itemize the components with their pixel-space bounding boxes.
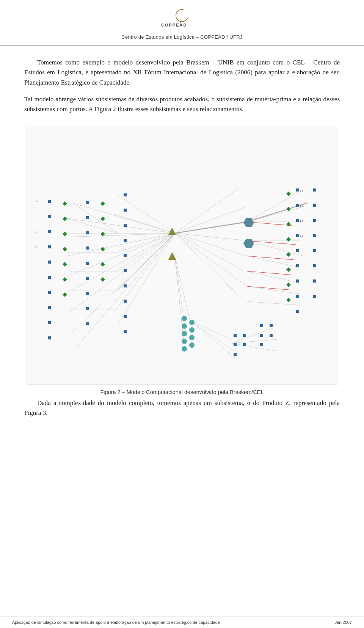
svg-rect-67 xyxy=(48,276,51,279)
page-footer: Aplicação de simulação como ferramenta d… xyxy=(0,617,364,628)
svg-rect-64 xyxy=(48,230,51,233)
svg-text:1-2: 1-2 xyxy=(300,205,303,207)
svg-rect-114 xyxy=(296,310,299,313)
footer-description: Aplicação de simulação como ferramenta d… xyxy=(12,620,220,625)
page-header: ✦ COPPEAD Centro de Estudos em Logística… xyxy=(0,0,364,46)
svg-text:1-1: 1-1 xyxy=(300,190,303,192)
svg-rect-109 xyxy=(296,234,299,237)
svg-rect-87 xyxy=(124,284,127,287)
svg-rect-69 xyxy=(48,306,51,309)
svg-rect-120 xyxy=(313,264,316,267)
svg-rect-142 xyxy=(234,334,237,337)
svg-text:1-2: 1-2 xyxy=(35,215,38,218)
svg-rect-70 xyxy=(48,321,51,324)
svg-rect-66 xyxy=(48,261,51,264)
svg-rect-72 xyxy=(86,201,89,204)
svg-rect-113 xyxy=(296,295,299,298)
svg-rect-112 xyxy=(296,279,299,283)
svg-point-133 xyxy=(182,316,187,321)
svg-rect-144 xyxy=(234,353,237,356)
svg-text:1-4: 1-4 xyxy=(300,235,303,237)
svg-rect-84 xyxy=(124,239,127,242)
svg-rect-148 xyxy=(260,334,263,337)
svg-point-139 xyxy=(189,327,195,333)
svg-rect-90 xyxy=(124,330,127,333)
paragraph-1: Tomemos como exemplo o modelo desenvolvi… xyxy=(24,58,340,88)
svg-rect-150 xyxy=(270,324,273,327)
svg-rect-115 xyxy=(313,188,316,192)
svg-text:1-3: 1-3 xyxy=(300,220,303,222)
svg-rect-88 xyxy=(124,300,127,303)
svg-rect-78 xyxy=(86,292,89,295)
svg-rect-73 xyxy=(86,216,89,219)
coppead-logo: ✦ COPPEAD xyxy=(140,7,224,33)
svg-rect-71 xyxy=(48,336,51,339)
paragraph-4: Dada a complexidade do modelo completo, … xyxy=(24,398,340,418)
svg-rect-111 xyxy=(296,264,299,267)
svg-rect-118 xyxy=(313,234,316,237)
network-graph-svg: 1-1 1-2 1-3 1-4 1-1 1-2 1-3 1-4 xyxy=(27,127,337,385)
svg-rect-149 xyxy=(260,343,263,346)
svg-rect-82 xyxy=(124,209,127,212)
svg-text:COPPEAD: COPPEAD xyxy=(161,23,187,27)
svg-rect-107 xyxy=(296,204,299,207)
svg-rect-63 xyxy=(48,215,51,218)
svg-rect-86 xyxy=(124,269,127,272)
svg-point-138 xyxy=(189,320,195,325)
svg-rect-77 xyxy=(86,277,89,280)
paragraph-2-text: Tal modelo abrange vários subsistemas de… xyxy=(24,96,340,113)
svg-rect-80 xyxy=(86,322,89,325)
svg-point-136 xyxy=(182,339,187,344)
svg-point-1 xyxy=(180,9,189,19)
figure-2-caption: Figura 2 – Modelo Computacional desenvol… xyxy=(100,389,264,395)
svg-rect-121 xyxy=(313,279,316,283)
svg-rect-76 xyxy=(86,262,89,265)
svg-rect-143 xyxy=(234,343,237,346)
svg-point-141 xyxy=(189,342,195,348)
svg-rect-147 xyxy=(260,324,263,327)
svg-point-135 xyxy=(182,331,187,336)
svg-text:1-4: 1-4 xyxy=(35,246,38,248)
svg-point-134 xyxy=(182,323,187,329)
svg-rect-106 xyxy=(296,188,299,192)
svg-rect-119 xyxy=(313,249,316,252)
main-content: Tomemos como exemplo o modelo desenvolvi… xyxy=(0,46,364,455)
svg-rect-89 xyxy=(124,315,127,318)
svg-rect-85 xyxy=(124,254,127,257)
svg-rect-117 xyxy=(313,219,316,222)
svg-rect-79 xyxy=(86,307,89,310)
svg-rect-62 xyxy=(48,200,51,203)
svg-rect-146 xyxy=(243,343,246,346)
svg-point-140 xyxy=(189,335,195,340)
svg-rect-74 xyxy=(86,231,89,234)
svg-rect-151 xyxy=(270,334,273,337)
svg-rect-145 xyxy=(243,334,246,337)
figure-2-container: 1-1 1-2 1-3 1-4 1-1 1-2 1-3 1-4 Figura 2… xyxy=(24,127,340,395)
svg-rect-83 xyxy=(124,224,127,227)
svg-text:1-1: 1-1 xyxy=(35,200,38,203)
svg-rect-108 xyxy=(296,219,299,222)
footer-date: Jan/2007 xyxy=(335,620,352,625)
svg-rect-122 xyxy=(313,295,316,298)
figure-2-image: 1-1 1-2 1-3 1-4 1-1 1-2 1-3 1-4 xyxy=(27,127,337,385)
svg-rect-68 xyxy=(48,291,51,294)
header-subtitle: Centro de Estudos em Logística – COPPEAD… xyxy=(121,34,242,40)
logo-container: ✦ COPPEAD Centro de Estudos em Logística… xyxy=(121,7,242,40)
svg-rect-110 xyxy=(296,249,299,252)
svg-rect-65 xyxy=(48,245,51,248)
svg-rect-81 xyxy=(124,193,127,196)
paragraph-2: Tal modelo abrange vários subsistemas de… xyxy=(24,94,340,115)
svg-rect-4 xyxy=(27,127,337,385)
svg-rect-116 xyxy=(313,204,316,207)
svg-rect-75 xyxy=(86,246,89,250)
svg-text:1-3: 1-3 xyxy=(35,231,38,233)
svg-point-137 xyxy=(182,346,187,352)
